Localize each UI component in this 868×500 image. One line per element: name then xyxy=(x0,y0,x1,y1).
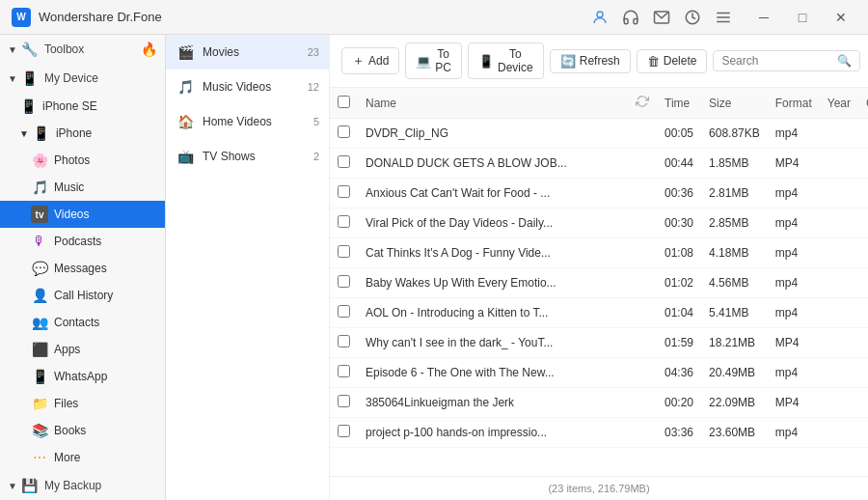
window-controls: ─ □ ✕ xyxy=(748,6,856,29)
row-check-10[interactable] xyxy=(330,418,358,448)
row-check-0[interactable] xyxy=(330,119,358,149)
mail-icon[interactable] xyxy=(648,4,675,31)
row-size-3: 2.85MB xyxy=(701,208,768,238)
col-header-size: Size xyxy=(701,88,768,119)
sidebar-item-toolbox[interactable]: ▼ 🔧 Toolbox 🔥 xyxy=(0,35,165,64)
row-time-8: 04:36 xyxy=(657,358,701,388)
row-genre-0 xyxy=(858,119,868,149)
row-genre-4 xyxy=(858,238,868,268)
select-all-checkbox[interactable] xyxy=(338,96,350,108)
row-checkbox-8[interactable] xyxy=(338,365,350,377)
sidebar-group-mybackup[interactable]: ▼ 💾 My Backup xyxy=(0,471,165,500)
sidebar-item-videos[interactable]: tv Videos xyxy=(0,201,165,228)
videos-table: Name Time Size Format Year Genre xyxy=(330,88,868,448)
sidebar-item-apps[interactable]: ⬛ Apps xyxy=(0,336,165,363)
row-genre-2 xyxy=(858,179,868,208)
row-size-5: 4.56MB xyxy=(701,268,768,298)
sidebar-item-photos[interactable]: 🌸 Photos xyxy=(0,147,165,174)
row-checkbox-4[interactable] xyxy=(338,245,350,258)
category-music-videos[interactable]: 🎵 Music Videos 12 xyxy=(166,69,329,104)
iphone-icon: 📱 xyxy=(33,125,50,142)
col-header-time: Time xyxy=(657,88,701,119)
sidebar-item-more[interactable]: ⋯ More xyxy=(0,444,165,471)
to-device-icon: 📱 xyxy=(478,54,494,69)
more-label: More xyxy=(54,451,157,464)
row-year-10 xyxy=(820,418,858,448)
toolbox-icon: 🔧 xyxy=(21,41,39,58)
add-button[interactable]: ＋ Add xyxy=(341,47,399,74)
sidebar: ▼ 🔧 Toolbox 🔥 ▼ 📱 My Device 📱 iPhone SE … xyxy=(0,35,166,500)
row-year-1 xyxy=(820,149,858,179)
search-input[interactable] xyxy=(721,54,837,68)
menu-icon[interactable] xyxy=(710,4,737,31)
col-header-name: Name xyxy=(358,88,628,119)
row-format-9: MP4 xyxy=(768,388,820,418)
row-checkbox-3[interactable] xyxy=(338,215,350,228)
sidebar-item-callhistory[interactable]: 👤 Call History xyxy=(0,282,165,309)
row-time-5: 01:02 xyxy=(657,268,701,298)
row-checkbox-5[interactable] xyxy=(338,275,350,288)
iphone-arrow: ▼ xyxy=(19,128,29,139)
row-year-3 xyxy=(820,208,858,238)
row-check-9[interactable] xyxy=(330,388,358,418)
close-button[interactable]: ✕ xyxy=(826,6,856,29)
row-check-3[interactable] xyxy=(330,208,358,238)
row-check-5[interactable] xyxy=(330,268,358,298)
row-checkbox-2[interactable] xyxy=(338,185,350,198)
row-year-5 xyxy=(820,268,858,298)
row-format-4: mp4 xyxy=(768,238,820,268)
sidebar-item-iphone[interactable]: ▼ 📱 iPhone xyxy=(0,120,165,147)
sidebar-item-iphonese[interactable]: 📱 iPhone SE xyxy=(0,93,165,120)
category-movies[interactable]: 🎬 Movies 23 xyxy=(166,35,329,69)
row-checkbox-0[interactable] xyxy=(338,125,350,138)
to-pc-button[interactable]: 💻 To PC xyxy=(405,42,462,79)
row-time-10: 03:36 xyxy=(657,418,701,448)
row-check-1[interactable] xyxy=(330,149,358,179)
refresh-button[interactable]: 🔄 Refresh xyxy=(550,49,631,73)
sidebar-item-music[interactable]: 🎵 Music xyxy=(0,174,165,201)
delete-icon: 🗑 xyxy=(647,54,660,69)
row-format-7: MP4 xyxy=(768,328,820,358)
col-header-check[interactable] xyxy=(330,88,358,119)
main-layout: ▼ 🔧 Toolbox 🔥 ▼ 📱 My Device 📱 iPhone SE … xyxy=(0,35,868,500)
row-checkbox-9[interactable] xyxy=(338,395,350,407)
to-device-button[interactable]: 📱 To Device xyxy=(468,42,544,79)
to-pc-icon: 💻 xyxy=(416,54,431,69)
row-check-2[interactable] xyxy=(330,179,358,208)
row-checkbox-7[interactable] xyxy=(338,335,350,347)
row-checkbox-6[interactable] xyxy=(338,305,350,318)
category-home-videos[interactable]: 🏠 Home Videos 5 xyxy=(166,104,329,139)
row-size-4: 4.18MB xyxy=(701,238,768,268)
row-sync-3 xyxy=(628,208,657,238)
sidebar-item-contacts[interactable]: 👥 Contacts xyxy=(0,309,165,336)
row-check-4[interactable] xyxy=(330,238,358,268)
podcasts-label: Podcasts xyxy=(54,235,157,248)
row-checkbox-1[interactable] xyxy=(338,155,350,168)
sidebar-item-messages[interactable]: 💬 Messages xyxy=(0,255,165,282)
table-header-row: Name Time Size Format Year Genre xyxy=(330,88,868,119)
delete-button[interactable]: 🗑 Delete xyxy=(637,49,708,73)
sidebar-group-mydevice[interactable]: ▼ 📱 My Device xyxy=(0,64,165,93)
user-icon[interactable] xyxy=(586,4,613,31)
sidebar-item-podcasts[interactable]: 🎙 Podcasts xyxy=(0,228,165,255)
history-icon[interactable] xyxy=(679,4,706,31)
row-check-6[interactable] xyxy=(330,298,358,328)
row-checkbox-10[interactable] xyxy=(338,425,350,437)
sidebar-item-books[interactable]: 📚 Books xyxy=(0,417,165,444)
maximize-button[interactable]: □ xyxy=(787,6,818,29)
row-check-7[interactable] xyxy=(330,328,358,358)
row-sync-8 xyxy=(628,358,657,388)
sidebar-item-files[interactable]: 📁 Files xyxy=(0,390,165,417)
search-box[interactable]: 🔍 xyxy=(713,50,860,71)
category-tv-shows[interactable]: 📺 TV Shows 2 xyxy=(166,139,329,174)
music-videos-count: 12 xyxy=(308,81,319,93)
headphone-icon[interactable] xyxy=(617,4,644,31)
table-row: 385064Linkueigman the Jerk 00:20 22.09MB… xyxy=(330,388,868,418)
row-name-9: 385064Linkueigman the Jerk xyxy=(358,388,628,418)
sidebar-item-whatsapp[interactable]: 📱 WhatsApp xyxy=(0,363,165,390)
table-row: DVDR_Clip_NG 00:05 608.87KB mp4 xyxy=(330,119,868,149)
callhistory-icon: 👤 xyxy=(31,287,48,304)
minimize-button[interactable]: ─ xyxy=(748,6,779,29)
row-check-8[interactable] xyxy=(330,358,358,388)
row-year-0 xyxy=(820,119,858,149)
